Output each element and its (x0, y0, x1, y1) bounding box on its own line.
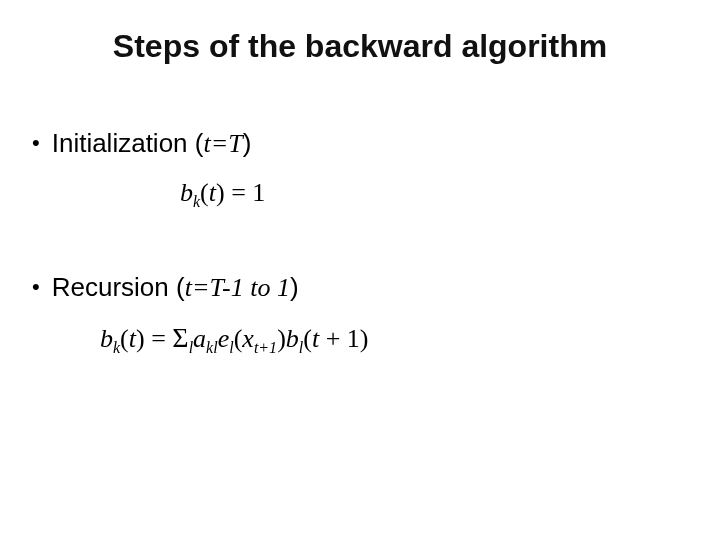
slide: Steps of the backward algorithm •Initial… (0, 0, 720, 540)
sigma-icon: Σ (172, 322, 188, 353)
eq-sign: = (192, 273, 210, 302)
bullet-paren: (t=T) (195, 128, 252, 158)
word-to: to (244, 273, 277, 302)
paren-close: ) (277, 324, 286, 353)
eq-sign: = (225, 178, 253, 207)
bullet-dot-icon: • (32, 130, 40, 155)
paren-open: ( (303, 324, 312, 353)
bullet-paren: (t=T-1 to 1) (176, 272, 299, 302)
eq-sign: = (145, 324, 173, 353)
sym-t: t (129, 324, 136, 353)
paren-close: ) (360, 324, 369, 353)
eq-sign: = (211, 129, 229, 158)
sym-e: e (218, 324, 230, 353)
paren-close: ) (216, 178, 225, 207)
paren-close: ) (243, 128, 252, 158)
bullet-recursion: •Recursion (t=T-1 to 1) (32, 272, 299, 303)
sub-t-plus-1: t+1 (254, 339, 277, 356)
formula-recursion: bk(t) = Σlaklel(xt+1)bl(t + 1) (100, 322, 369, 357)
sym-b: b (180, 178, 193, 207)
sub-kl: kl (206, 339, 218, 356)
paren-open: ( (200, 178, 209, 207)
minus-one: -1 (222, 273, 244, 302)
formula-initialization: bk(t) = 1 (180, 178, 265, 211)
bullet-label: Recursion (52, 272, 169, 302)
sym-b: b (100, 324, 113, 353)
plus-one: + 1 (319, 324, 360, 353)
var-T: T (209, 273, 222, 302)
num-one: 1 (252, 178, 265, 207)
slide-title: Steps of the backward algorithm (0, 28, 720, 65)
bullet-dot-icon: • (32, 274, 40, 299)
sym-t: t (209, 178, 216, 207)
var-T: T (228, 129, 242, 158)
paren-open: ( (120, 324, 129, 353)
var-t: t (185, 273, 192, 302)
sym-a: a (193, 324, 206, 353)
sym-b: b (286, 324, 299, 353)
num-one: 1 (277, 273, 290, 302)
bullet-initialization: •Initialization (t=T) (32, 128, 251, 159)
var-t: t (203, 129, 210, 158)
paren-close: ) (290, 272, 299, 302)
paren-close: ) (136, 324, 145, 353)
sym-x: x (242, 324, 254, 353)
bullet-label: Initialization (52, 128, 188, 158)
paren-open: ( (176, 272, 185, 302)
